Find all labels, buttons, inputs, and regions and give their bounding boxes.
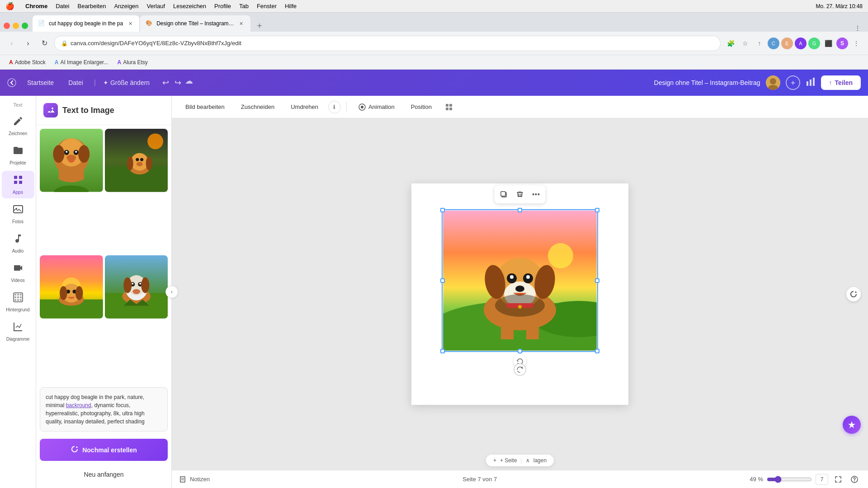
new-tab-button[interactable]: ＋ bbox=[253, 19, 266, 32]
tab2-favicon: 🎨 bbox=[146, 20, 153, 27]
crop-button[interactable]: Zuschneiden bbox=[235, 101, 281, 113]
delete-button[interactable] bbox=[513, 187, 527, 202]
duplicate-button[interactable] bbox=[496, 187, 511, 202]
notes-label[interactable]: Notizen bbox=[190, 476, 210, 483]
sidebar-item-projekte[interactable]: Projekte bbox=[2, 141, 34, 169]
recreate-icon bbox=[71, 445, 79, 455]
prompt-underline: backround bbox=[66, 402, 91, 408]
canva-resize-button[interactable]: ✦ Größe ändern bbox=[103, 79, 150, 86]
menu-anzeigen[interactable]: Anzeigen bbox=[114, 3, 138, 9]
cloud-save-icon: ☁ bbox=[185, 76, 193, 89]
extension-btn-2[interactable]: E bbox=[781, 38, 793, 49]
mac-menubar: 🍎 Chrome Datei Bearbeiten Anzeigen Verla… bbox=[0, 0, 868, 13]
edit-image-button[interactable]: Bild bearbeiten bbox=[179, 101, 231, 113]
page-actions-bar: + + Seite | ∧ lagen bbox=[486, 455, 554, 466]
canva-add-collaborator[interactable]: ＋ bbox=[786, 75, 800, 90]
tab2-close[interactable]: ✕ bbox=[238, 20, 245, 27]
bookmarks-bar: A Adobe Stock A AI Image Enlarger... A A… bbox=[0, 55, 868, 70]
svg-rect-60 bbox=[449, 104, 452, 107]
chrome-tab-2[interactable]: 🎨 Design ohne Titel – Instagram… ✕ bbox=[140, 15, 250, 32]
bookmark-adobe[interactable]: A Adobe Stock bbox=[5, 57, 49, 67]
position-button[interactable]: Position bbox=[405, 101, 438, 113]
svg-point-43 bbox=[60, 286, 67, 300]
canvas-scroll[interactable]: ••• bbox=[172, 118, 868, 470]
extension-btn-4[interactable]: G bbox=[808, 38, 820, 49]
pencil-icon bbox=[13, 116, 24, 129]
extensions-btn[interactable]: 🧩 bbox=[724, 37, 737, 50]
extension-btn-3[interactable]: A bbox=[795, 38, 807, 49]
sidebar-item-apps[interactable]: Apps bbox=[2, 171, 34, 198]
canva-avatar[interactable] bbox=[766, 75, 780, 90]
redo-button[interactable]: ↪ bbox=[173, 76, 183, 89]
canvas-refresh-button[interactable] bbox=[846, 287, 861, 301]
flip-button[interactable]: Umdrehen bbox=[284, 101, 325, 113]
menu-verlauf[interactable]: Verlauf bbox=[147, 3, 165, 9]
generated-image-4[interactable] bbox=[105, 255, 168, 319]
apple-menu[interactable]: 🍎 bbox=[5, 2, 14, 10]
canvas-rotate-indicator[interactable] bbox=[514, 363, 526, 378]
canva-share-button[interactable]: ↑ Teilen bbox=[821, 75, 861, 90]
prompt-area[interactable]: cut happy dog beagle in the park, nature… bbox=[40, 387, 168, 432]
menu-hilfe[interactable]: Hilfe bbox=[285, 3, 297, 9]
generated-image-1[interactable] bbox=[40, 129, 103, 192]
window-minimize[interactable] bbox=[13, 23, 19, 29]
sidebar-item-videos[interactable]: Videos bbox=[2, 259, 34, 286]
svg-point-27 bbox=[147, 133, 163, 149]
bookmark-alura[interactable]: A Alura Etsy bbox=[113, 57, 151, 67]
canvas-image-container[interactable] bbox=[443, 211, 597, 351]
video-icon bbox=[13, 263, 24, 276]
forward-button[interactable]: › bbox=[22, 37, 34, 50]
sidebar-item-zeichnen[interactable]: Zeichnen bbox=[2, 112, 34, 140]
window-close[interactable] bbox=[4, 23, 10, 29]
chrome-tab-1[interactable]: 📄 cut happy dog beagle in the pa ✕ bbox=[33, 15, 139, 32]
bookmark-ai-enlarger[interactable]: A AI Image Enlarger... bbox=[51, 57, 112, 67]
undo-button[interactable]: ↩ bbox=[160, 76, 171, 89]
canva-datei[interactable]: Datei bbox=[65, 77, 87, 88]
star-btn[interactable]: ☆ bbox=[739, 37, 751, 50]
menu-lesezeichen[interactable]: Lesezeichen bbox=[173, 3, 206, 9]
menu-profile[interactable]: Profile bbox=[214, 3, 231, 9]
chrome-menu[interactable]: ⋮ bbox=[850, 37, 863, 50]
extension-btn-1[interactable]: C bbox=[768, 38, 779, 49]
panel-header: Text to Image bbox=[36, 96, 171, 125]
recreate-button[interactable]: Nochmal erstellen bbox=[40, 439, 168, 461]
canva-startseite[interactable]: Startseite bbox=[24, 77, 57, 88]
sidebar-item-audio[interactable]: Audio bbox=[2, 230, 34, 257]
pages-nav-up[interactable]: ∧ bbox=[526, 457, 530, 464]
svg-rect-9 bbox=[14, 181, 17, 184]
ai-assistant-button[interactable] bbox=[843, 416, 861, 434]
sync-btn[interactable]: ⬛ bbox=[822, 37, 835, 50]
more-options-button[interactable]: ••• bbox=[529, 187, 543, 202]
generated-image-3[interactable] bbox=[40, 255, 103, 319]
menu-fenster[interactable]: Fenster bbox=[257, 3, 277, 9]
profile-badge[interactable]: S bbox=[836, 38, 848, 49]
menu-datei[interactable]: Datei bbox=[56, 3, 69, 9]
info-button[interactable]: ℹ bbox=[328, 101, 341, 113]
reload-button[interactable]: ↻ bbox=[38, 37, 51, 50]
address-box[interactable]: 🔒 canva.com/design/DAFeYO6yqYE/8Ez8c-VZb… bbox=[54, 36, 721, 51]
generated-image-2[interactable] bbox=[105, 129, 168, 192]
animation-button[interactable]: Animation bbox=[352, 101, 401, 113]
menu-bearbeiten[interactable]: Bearbeiten bbox=[77, 3, 106, 9]
sidebar-item-diagramme[interactable]: Diagramme bbox=[2, 318, 34, 345]
new-start-button[interactable]: Neu anfangen bbox=[40, 466, 168, 483]
canva-analytics-button[interactable] bbox=[806, 77, 816, 89]
grid-options-button[interactable] bbox=[442, 100, 456, 114]
canva-divider-1: | bbox=[94, 79, 96, 87]
canva-back-button[interactable] bbox=[7, 78, 16, 87]
zoom-slider[interactable] bbox=[767, 476, 812, 483]
tab-overflow[interactable]: ⋮ bbox=[854, 24, 864, 32]
back-button[interactable]: ‹ bbox=[5, 37, 18, 50]
tab1-close[interactable]: ✕ bbox=[127, 20, 134, 27]
panel-collapse-handle[interactable]: ‹ bbox=[165, 286, 178, 298]
fit-screen-button[interactable] bbox=[832, 473, 844, 486]
sidebar-item-hintergrund[interactable]: Hintergrund bbox=[2, 288, 34, 316]
menu-tab[interactable]: Tab bbox=[239, 3, 249, 9]
window-maximize[interactable] bbox=[22, 23, 28, 29]
share-addr-btn[interactable]: ↑ bbox=[753, 37, 766, 50]
design-canvas: ••• bbox=[411, 183, 628, 405]
help-button[interactable] bbox=[848, 473, 861, 486]
menu-chrome[interactable]: Chrome bbox=[25, 3, 47, 9]
sidebar-item-fotos[interactable]: Fotos bbox=[2, 200, 34, 228]
add-page-btn[interactable]: + bbox=[493, 457, 496, 464]
